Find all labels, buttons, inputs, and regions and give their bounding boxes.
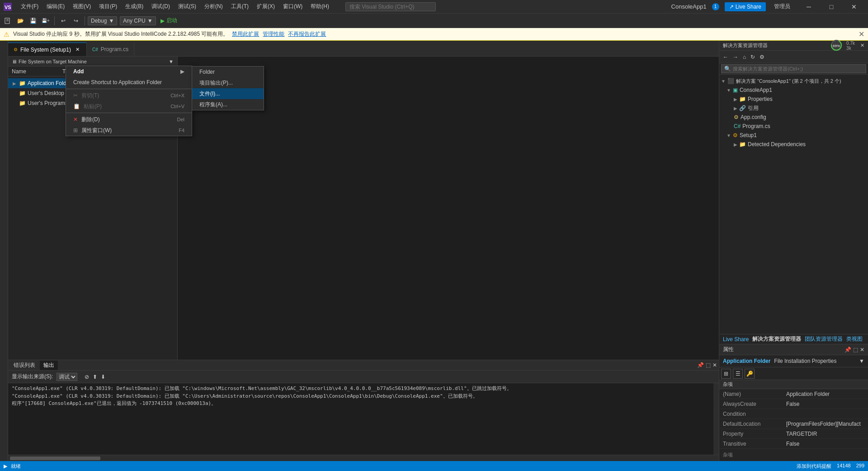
menu-extensions[interactable]: 扩展(X)	[253, 2, 278, 11]
props-folder-icon: 📁	[739, 96, 746, 102]
sol-item-programcs[interactable]: C# Program.cs	[719, 122, 868, 131]
menu-edit[interactable]: 编辑(E)	[43, 2, 68, 11]
output-clear[interactable]: ⊘	[85, 374, 89, 380]
sol-tab-classview[interactable]: 类视图	[846, 335, 863, 343]
output-scroll-top[interactable]: ⬆	[93, 374, 97, 380]
menu-view[interactable]: 视图(V)	[69, 2, 94, 11]
toolbar-undo[interactable]: ↩	[57, 15, 69, 27]
toolbar-new[interactable]	[2, 15, 14, 27]
menu-analyze[interactable]: 分析(N)	[201, 2, 226, 11]
minimize-button[interactable]: ─	[798, 0, 819, 14]
sol-item-properties[interactable]: ▶ 📁 Properties	[719, 95, 868, 104]
app-name: ConsoleApp1	[671, 3, 707, 10]
prop-dropdown[interactable]: ▼	[859, 358, 864, 364]
sol-search-input[interactable]	[733, 66, 863, 71]
output-scrollbar[interactable]	[713, 383, 719, 455]
sol-refresh-btn[interactable]: ↻	[749, 53, 757, 61]
menu-help[interactable]: 帮助(H)	[307, 2, 333, 11]
sol-tab-team[interactable]: 团队资源管理器	[805, 335, 843, 343]
ctx-delete[interactable]: ✕ 删除(D) Del	[66, 114, 192, 125]
submenu-project-output[interactable]: 项目输出(P)...	[192, 77, 264, 88]
submenu-assembly[interactable]: 程序集(A)...	[192, 99, 264, 110]
tab-programcs[interactable]: C# Program.cs	[87, 43, 134, 56]
output-line-1: "ConsoleApp1.exe" (CLR v4.0.30319: Defau…	[12, 385, 710, 393]
sol-item-ref[interactable]: ▶ 🔗 引用	[719, 104, 868, 113]
pin-button[interactable]: 📌	[697, 362, 704, 368]
title-search-input[interactable]	[345, 2, 436, 11]
ctx-properties[interactable]: ⊞ 属性窗口(W) F4	[66, 125, 192, 136]
ctx-add[interactable]: Add ▶ Folder 项目输出(P)... 文件(I)... 程序集(A).…	[66, 66, 192, 77]
toolbar-save[interactable]: 💾	[27, 15, 39, 27]
notification-badge[interactable]: 1	[712, 3, 719, 10]
sol-forward-btn[interactable]: →	[731, 53, 740, 61]
warning-link-noreport[interactable]: 不再报告此扩展	[288, 30, 326, 38]
prop-pin[interactable]: 📌	[844, 347, 851, 353]
toolbar-sep1	[54, 16, 55, 25]
sol-item-consoleapp1[interactable]: ▼ ▣ ConsoleApp1	[719, 86, 868, 95]
status-text: 就绪	[11, 463, 21, 470]
file-tree-collapse[interactable]: ▼	[169, 59, 174, 64]
tab-setup1[interactable]: ⚙ File System (Setup1) ✕	[8, 43, 87, 56]
live-share-button[interactable]: ↗ Live Share	[725, 2, 766, 11]
close-button[interactable]: ✕	[844, 0, 864, 14]
toolbar-redo[interactable]: ↪	[70, 15, 82, 27]
prop-float[interactable]: ⬚	[853, 347, 858, 353]
hscroll-thumb[interactable]	[10, 457, 100, 460]
sol-settings-btn[interactable]: ⚙	[758, 53, 766, 61]
maximize-button[interactable]: □	[821, 0, 842, 14]
cut-icon: ✂	[73, 92, 78, 99]
output-hscrollbar[interactable]	[8, 455, 719, 461]
menu-debug[interactable]: 调试(D)	[148, 2, 174, 11]
file-tree-panel: 🖥 File System on Target Machine ▼ Name T…	[8, 57, 178, 360]
live-share-icon: ↗	[729, 4, 734, 10]
toolbar-saveall[interactable]: 💾+	[40, 15, 52, 27]
manage-btn[interactable]: 管理员	[771, 2, 793, 11]
sol-item-detected-deps[interactable]: ▶ 📁 Detected Dependencies	[719, 140, 868, 149]
prop-key-icon[interactable]: 🔑	[745, 369, 755, 379]
sol-tab-solution[interactable]: 解决方案资源管理器	[752, 335, 801, 343]
menu-test[interactable]: 测试(S)	[175, 2, 200, 11]
prop-row-property: Property TARGETDIR	[719, 429, 868, 439]
sol-item-setup1[interactable]: ▼ ⚙ Setup1	[719, 131, 868, 140]
float-button[interactable]: ⬚	[706, 362, 711, 368]
prop-item-type: File Installation Properties	[774, 358, 836, 364]
debug-mode-dropdown[interactable]: Debug ▼	[88, 16, 117, 25]
warning-link-manage[interactable]: 管理性能	[263, 30, 284, 38]
submenu-folder[interactable]: Folder	[192, 67, 264, 77]
sol-tab-liveshare[interactable]: Live Share	[723, 336, 749, 343]
menu-build[interactable]: 生成(B)	[122, 2, 147, 11]
ctx-create-shortcut[interactable]: Create Shortcut to Application Folder	[66, 77, 192, 88]
cpu-mode-dropdown[interactable]: Any CPU ▼	[120, 16, 156, 25]
cs-icon: C#	[734, 123, 741, 129]
sol-home-btn[interactable]: ⌂	[741, 53, 748, 61]
toolbar-open[interactable]: 📂	[14, 15, 26, 27]
submenu-file[interactable]: 文件(I)...	[192, 88, 264, 99]
status-run-icon: ▶	[4, 463, 7, 469]
prop-category-view[interactable]: ☰	[733, 369, 743, 379]
warning-link-disable[interactable]: 禁用此扩展	[232, 30, 259, 38]
status-add-reminder[interactable]: 添加到代码提醒	[797, 463, 831, 470]
prop-row-condition: Condition	[719, 409, 868, 419]
ref-icon: 🔗	[739, 105, 746, 111]
output-line-3: 程序"[17668] ConsoleApp1.exe"已退出，返回值为 -107…	[12, 400, 710, 408]
tab-output[interactable]: 输出	[40, 361, 58, 370]
run-button[interactable]: ▶ 启动	[157, 16, 181, 25]
menu-window[interactable]: 窗口(W)	[279, 2, 306, 11]
warning-close-button[interactable]: ✕	[859, 30, 864, 38]
sol-item-solution[interactable]: ▼ ⬛ 解决方案 "ConsoleApp1" (第 2 个项目，共 2 个)	[719, 76, 868, 86]
menu-project[interactable]: 项目(P)	[95, 2, 121, 11]
sol-item-appconfig[interactable]: ⚙ App.config	[719, 113, 868, 122]
sol-close-button[interactable]: ✕	[860, 43, 864, 48]
menu-file[interactable]: 文件(F)	[17, 2, 42, 11]
tab-cs-icon: C#	[92, 47, 98, 52]
tab-error-list[interactable]: 错误列表	[10, 361, 39, 370]
tab-setup-close[interactable]: ✕	[74, 46, 81, 53]
prop-grid-view[interactable]: ⊞	[721, 369, 731, 379]
output-scroll-bottom[interactable]: ⬇	[101, 374, 105, 380]
prop-row-transitive: Transitive False	[719, 439, 868, 449]
menu-tools[interactable]: 工具(T)	[227, 2, 252, 11]
close-panel-button[interactable]: ✕	[712, 362, 717, 368]
prop-close[interactable]: ✕	[860, 347, 864, 353]
sol-back-btn[interactable]: ←	[721, 53, 730, 61]
output-source-select[interactable]: 调试	[57, 373, 77, 381]
